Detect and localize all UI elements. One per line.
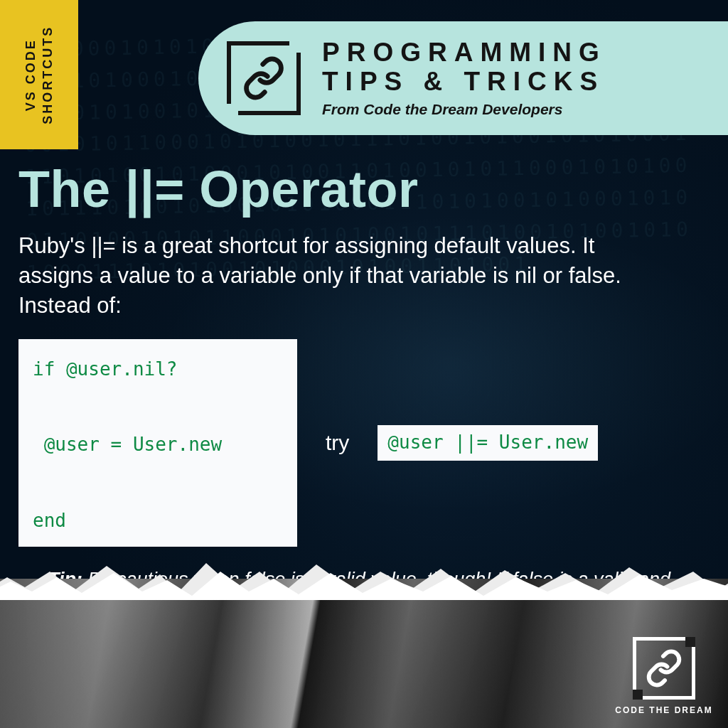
header-subtitle: From Code the Dream Developers bbox=[322, 101, 728, 118]
code-comparison: if @user.nil? @user = User.new end try @… bbox=[18, 339, 700, 547]
try-label: try bbox=[326, 431, 349, 455]
paper-tear-divider bbox=[0, 557, 728, 600]
code-block-after: @user ||= User.new bbox=[378, 425, 598, 461]
category-line-1: VS CODE bbox=[23, 38, 38, 111]
category-tab: VS CODE SHORTCUTS bbox=[0, 0, 78, 149]
brand-name: CODE THE DREAM bbox=[614, 705, 714, 715]
link-icon bbox=[227, 41, 301, 115]
link-icon bbox=[633, 637, 695, 700]
header-title-line-1: PROGRAMMING bbox=[322, 38, 606, 67]
category-line-2: SHORTCUTS bbox=[41, 26, 55, 124]
header-title: PROGRAMMING TIPS & TRICKS bbox=[322, 38, 728, 96]
code-block-before: if @user.nil? @user = User.new end bbox=[18, 339, 297, 547]
article-title: The ||= Operator bbox=[18, 160, 700, 218]
header-banner: PROGRAMMING TIPS & TRICKS From Code the … bbox=[198, 21, 728, 135]
brand-logo: CODE THE DREAM bbox=[614, 637, 714, 715]
article-description: Ruby's ||= is a great shortcut for assig… bbox=[18, 231, 623, 321]
header-title-line-2: TIPS & TRICKS bbox=[322, 67, 604, 96]
category-tab-label: VS CODE SHORTCUTS bbox=[22, 26, 57, 124]
